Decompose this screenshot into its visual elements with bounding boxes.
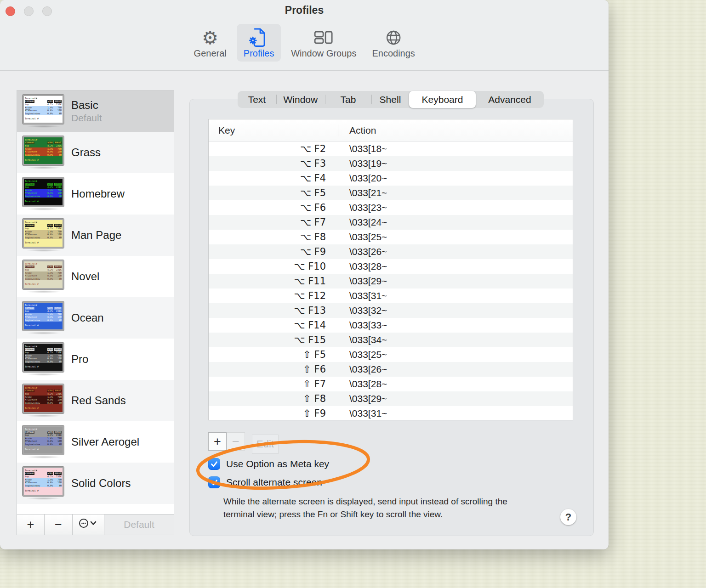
key-cell: ⌥ F10: [209, 261, 338, 272]
table-row[interactable]: ⌥ F3\033[19~: [209, 156, 573, 171]
sidebar-item-silver-aerogel[interactable]: Terminal#COMMAND%CPURPRVTtop4.2%231KXcod…: [17, 421, 174, 463]
toolbar-item-window-groups[interactable]: Window Groups: [285, 24, 362, 62]
key-cell: ⌥ F4: [209, 173, 338, 184]
table-row[interactable]: ⌥ F11\033[29~: [209, 274, 573, 288]
window-groups-icon-wrap: [313, 28, 334, 47]
add-binding-button[interactable]: +: [208, 432, 227, 451]
mini-process-cpu: 0.0%: [46, 360, 53, 363]
checkbox-checked-icon[interactable]: [208, 458, 220, 470]
titlebar: Profiles ⚙GeneralProfilesWindow GroupsEn…: [0, 0, 609, 71]
table-row[interactable]: ⌥ F4\033[20~: [209, 171, 573, 186]
action-cell: \033[26~: [338, 246, 387, 257]
tab-advanced[interactable]: Advanced: [476, 91, 544, 108]
action-cell: \033[25~: [338, 232, 387, 243]
sidebar-item-basic[interactable]: Terminal#COMMAND%CPURPRVTtop4.2%231KXcod…: [17, 90, 174, 132]
thumbnail-reflection: [26, 497, 61, 500]
table-row[interactable]: ⌥ F8\033[25~: [209, 230, 573, 244]
table-row[interactable]: ⌥ F6\033[23~: [209, 200, 573, 215]
table-row[interactable]: ⌥ F7\033[24~: [209, 215, 573, 230]
table-row[interactable]: ⌥ F2\033[18~: [209, 141, 573, 156]
mini-process-mem: 4M: [53, 443, 62, 446]
table-row[interactable]: ⌥ F15\033[34~: [209, 333, 573, 347]
key-cell: ⌥ F11: [209, 276, 338, 287]
mini-process-cpu: 0.0%: [46, 195, 53, 198]
profile-text: Red Sands: [71, 394, 126, 407]
table-row[interactable]: ⌥ F9\033[26~: [209, 244, 573, 259]
toolbar-item-profiles[interactable]: Profiles: [237, 24, 281, 62]
table-row[interactable]: ⇧ F6\033[26~: [209, 362, 573, 377]
profile-actions-menu-button[interactable]: [72, 514, 104, 535]
tab-text[interactable]: Text: [238, 91, 276, 108]
sidebar-item-ocean[interactable]: Terminal#COMMAND%CPURPRVTtop4.2%231KXcod…: [17, 297, 174, 339]
sidebar-item-pro[interactable]: Terminal#COMMAND%CPURPRVTtop4.2%231KXcod…: [17, 339, 174, 380]
table-row[interactable]: ⌥ F14\033[33~: [209, 318, 573, 333]
table-header: Key Action: [209, 119, 573, 141]
table-row[interactable]: ⌥ F12\033[31~: [209, 288, 573, 303]
profile-thumbnail: Terminal#COMMAND%CPURPRVTtop4.2%231KXcod…: [23, 425, 65, 458]
tab-window[interactable]: Window: [276, 91, 325, 108]
scroll-alternate-screen-checkbox-row[interactable]: Scroll alternate screen: [208, 476, 322, 488]
profile-thumbnail: Terminal#COMMAND%CPURPRVTtop4.2%231KXcod…: [23, 219, 65, 252]
remove-profile-button[interactable]: −: [44, 514, 73, 535]
mini-terminal-frame: Terminal#COMMAND%CPURPRVTtop4.2%231KXcod…: [23, 343, 64, 372]
profile-thumbnail: Terminal#COMMAND%CPURPRVTtop4.2%231KXcod…: [23, 467, 65, 500]
key-cell: ⌥ F3: [209, 158, 338, 169]
table-row[interactable]: ⌥ F13\033[32~: [209, 303, 573, 318]
sidebar-item-solid-colors[interactable]: Terminal#COMMAND%CPURPRVTtop4.2%231KXcod…: [17, 463, 174, 504]
set-default-button[interactable]: Default: [104, 514, 174, 535]
mini-process-row: loginwindow0.0%4M: [25, 236, 62, 239]
window-title: Profiles: [0, 4, 609, 17]
sidebar-item-grass[interactable]: Terminal#COMMAND%CPURPRVTtop4.2%231KXcod…: [17, 132, 174, 173]
profile-name: Grass: [71, 146, 101, 159]
mini-process-row: loginwindow0.0%4M: [25, 360, 62, 363]
action-cell: \033[31~: [338, 290, 387, 301]
profile-name: Ocean: [71, 311, 104, 324]
key-cell: ⇧ F6: [209, 364, 338, 375]
toolbar-item-encodings[interactable]: Encodings: [366, 24, 420, 62]
toolbar-item-label: Encodings: [372, 48, 415, 59]
tab-tab[interactable]: Tab: [325, 91, 371, 108]
table-row[interactable]: ⌥ F10\033[28~: [209, 259, 573, 274]
profile-sidebar: Terminal#COMMAND%CPURPRVTtop4.2%231KXcod…: [17, 90, 174, 535]
profile-text: Solid Colors: [71, 477, 131, 490]
table-row[interactable]: ⇧ F5\033[25~: [209, 347, 573, 362]
thumbnail-reflection: [26, 249, 61, 252]
checkbox-checked-icon[interactable]: [208, 476, 220, 488]
globe-icon-wrap: [384, 28, 403, 47]
mini-process-row: loginwindow0.0%4M: [25, 484, 62, 487]
add-profile-button[interactable]: +: [17, 514, 45, 535]
mini-terminal-screen: Terminal#COMMAND%CPURPRVTtop4.2%231KXcod…: [24, 385, 63, 411]
mini-process-mem: 4M: [53, 401, 62, 405]
mini-terminal-frame: Terminal#COMMAND%CPURPRVTtop4.2%231KXcod…: [23, 95, 64, 124]
tab-shell[interactable]: Shell: [371, 91, 409, 108]
use-option-as-meta-checkbox-row[interactable]: Use Option as Meta key: [208, 458, 329, 470]
sidebar-item-homebrew[interactable]: Terminal#COMMAND%CPURPRVTtop4.2%231KXcod…: [17, 173, 174, 215]
profile-text: Ocean: [71, 311, 104, 324]
mini-process-name: loginwindow: [25, 195, 46, 198]
table-row[interactable]: ⇧ F8\033[29~: [209, 391, 573, 406]
action-cell: \033[25~: [338, 349, 387, 360]
mini-process-name: loginwindow: [25, 484, 46, 487]
mini-terminal-frame: Terminal#COMMAND%CPURPRVTtop4.2%231KXcod…: [23, 260, 64, 289]
action-cell: \033[29~: [338, 393, 387, 404]
toolbar-item-general[interactable]: ⚙General: [188, 24, 232, 62]
mini-process-name: loginwindow: [25, 112, 46, 115]
action-cell: \033[34~: [338, 334, 387, 345]
table-row[interactable]: ⇧ F7\033[28~: [209, 377, 573, 391]
tab-keyboard[interactable]: Keyboard: [409, 91, 476, 108]
mini-process-mem: 4M: [53, 277, 62, 281]
table-row[interactable]: ⇧ F9\033[31~: [209, 406, 573, 420]
mini-process-cpu: 0.0%: [46, 153, 53, 157]
help-button[interactable]: ?: [560, 509, 576, 525]
sidebar-item-novel[interactable]: Terminal#COMMAND%CPURPRVTtop4.2%231KXcod…: [17, 256, 174, 297]
column-header-action[interactable]: Action: [338, 125, 376, 136]
thumbnail-reflection: [26, 414, 61, 417]
action-cell: \033[23~: [338, 202, 387, 213]
remove-binding-button[interactable]: −: [227, 432, 245, 451]
profile-tabs: TextWindowTabShellKeyboardAdvanced: [238, 91, 544, 108]
sidebar-item-man-page[interactable]: Terminal#COMMAND%CPURPRVTtop4.2%231KXcod…: [17, 215, 174, 256]
table-row[interactable]: ⌥ F5\033[21~: [209, 186, 573, 200]
edit-binding-button[interactable]: Edit: [252, 435, 279, 454]
column-header-key[interactable]: Key: [209, 125, 338, 136]
sidebar-item-red-sands[interactable]: Terminal#COMMAND%CPURPRVTtop4.2%231KXcod…: [17, 380, 174, 421]
